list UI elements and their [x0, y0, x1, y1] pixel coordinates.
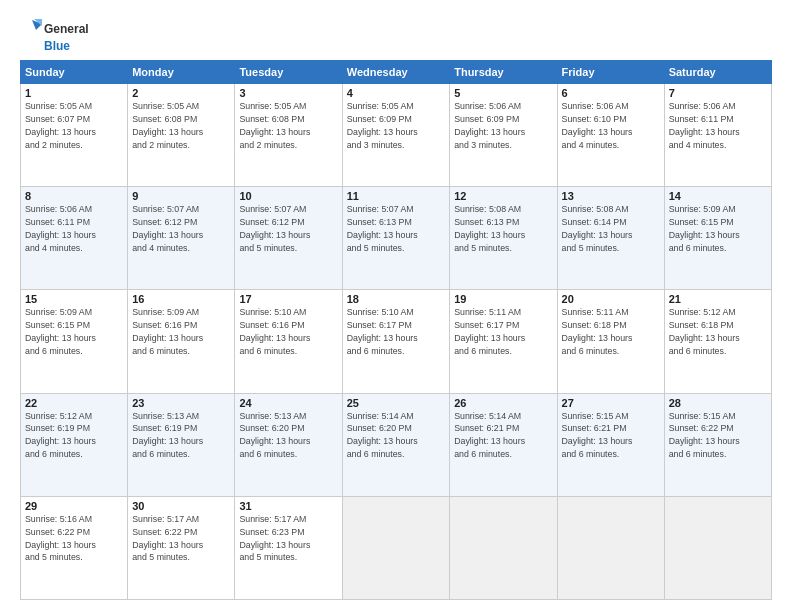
table-row: 4Sunrise: 5:05 AMSunset: 6:09 PMDaylight…: [342, 84, 449, 187]
logo-text-block: General Blue: [20, 18, 89, 52]
table-row: 30Sunrise: 5:17 AMSunset: 6:22 PMDayligh…: [128, 496, 235, 599]
table-row: 23Sunrise: 5:13 AMSunset: 6:19 PMDayligh…: [128, 393, 235, 496]
table-row: 6Sunrise: 5:06 AMSunset: 6:10 PMDaylight…: [557, 84, 664, 187]
calendar-table: SundayMondayTuesdayWednesdayThursdayFrid…: [20, 60, 772, 600]
table-row: 24Sunrise: 5:13 AMSunset: 6:20 PMDayligh…: [235, 393, 342, 496]
table-row: 25Sunrise: 5:14 AMSunset: 6:20 PMDayligh…: [342, 393, 449, 496]
logo-blue: Blue: [44, 40, 70, 52]
table-row: 16Sunrise: 5:09 AMSunset: 6:16 PMDayligh…: [128, 290, 235, 393]
calendar-week-3: 22Sunrise: 5:12 AMSunset: 6:19 PMDayligh…: [21, 393, 772, 496]
table-row: 8Sunrise: 5:06 AMSunset: 6:11 PMDaylight…: [21, 187, 128, 290]
table-row: 18Sunrise: 5:10 AMSunset: 6:17 PMDayligh…: [342, 290, 449, 393]
table-row: 11Sunrise: 5:07 AMSunset: 6:13 PMDayligh…: [342, 187, 449, 290]
table-row: 9Sunrise: 5:07 AMSunset: 6:12 PMDaylight…: [128, 187, 235, 290]
table-row: [450, 496, 557, 599]
table-row: 14Sunrise: 5:09 AMSunset: 6:15 PMDayligh…: [664, 187, 771, 290]
table-row: 13Sunrise: 5:08 AMSunset: 6:14 PMDayligh…: [557, 187, 664, 290]
col-header-monday: Monday: [128, 61, 235, 84]
table-row: 17Sunrise: 5:10 AMSunset: 6:16 PMDayligh…: [235, 290, 342, 393]
table-row: 7Sunrise: 5:06 AMSunset: 6:11 PMDaylight…: [664, 84, 771, 187]
table-row: 31Sunrise: 5:17 AMSunset: 6:23 PMDayligh…: [235, 496, 342, 599]
col-header-thursday: Thursday: [450, 61, 557, 84]
table-row: 28Sunrise: 5:15 AMSunset: 6:22 PMDayligh…: [664, 393, 771, 496]
logo: General Blue: [20, 18, 89, 52]
table-row: 21Sunrise: 5:12 AMSunset: 6:18 PMDayligh…: [664, 290, 771, 393]
table-row: [342, 496, 449, 599]
col-header-sunday: Sunday: [21, 61, 128, 84]
table-row: 29Sunrise: 5:16 AMSunset: 6:22 PMDayligh…: [21, 496, 128, 599]
table-row: 2Sunrise: 5:05 AMSunset: 6:08 PMDaylight…: [128, 84, 235, 187]
table-row: 27Sunrise: 5:15 AMSunset: 6:21 PMDayligh…: [557, 393, 664, 496]
col-header-wednesday: Wednesday: [342, 61, 449, 84]
table-row: 22Sunrise: 5:12 AMSunset: 6:19 PMDayligh…: [21, 393, 128, 496]
calendar-header-row: SundayMondayTuesdayWednesdayThursdayFrid…: [21, 61, 772, 84]
table-row: [664, 496, 771, 599]
table-row: 20Sunrise: 5:11 AMSunset: 6:18 PMDayligh…: [557, 290, 664, 393]
page: General Blue SundayMondayTuesdayWednesda…: [0, 0, 792, 612]
table-row: [557, 496, 664, 599]
col-header-friday: Friday: [557, 61, 664, 84]
calendar-week-0: 1Sunrise: 5:05 AMSunset: 6:07 PMDaylight…: [21, 84, 772, 187]
table-row: 10Sunrise: 5:07 AMSunset: 6:12 PMDayligh…: [235, 187, 342, 290]
logo-general: General: [44, 23, 89, 35]
table-row: 1Sunrise: 5:05 AMSunset: 6:07 PMDaylight…: [21, 84, 128, 187]
calendar-week-2: 15Sunrise: 5:09 AMSunset: 6:15 PMDayligh…: [21, 290, 772, 393]
table-row: 5Sunrise: 5:06 AMSunset: 6:09 PMDaylight…: [450, 84, 557, 187]
logo-bird-icon: [20, 18, 42, 40]
table-row: 3Sunrise: 5:05 AMSunset: 6:08 PMDaylight…: [235, 84, 342, 187]
col-header-saturday: Saturday: [664, 61, 771, 84]
calendar-week-1: 8Sunrise: 5:06 AMSunset: 6:11 PMDaylight…: [21, 187, 772, 290]
calendar-week-4: 29Sunrise: 5:16 AMSunset: 6:22 PMDayligh…: [21, 496, 772, 599]
table-row: 12Sunrise: 5:08 AMSunset: 6:13 PMDayligh…: [450, 187, 557, 290]
table-row: 26Sunrise: 5:14 AMSunset: 6:21 PMDayligh…: [450, 393, 557, 496]
table-row: 15Sunrise: 5:09 AMSunset: 6:15 PMDayligh…: [21, 290, 128, 393]
header: General Blue: [20, 18, 772, 52]
table-row: 19Sunrise: 5:11 AMSunset: 6:17 PMDayligh…: [450, 290, 557, 393]
col-header-tuesday: Tuesday: [235, 61, 342, 84]
